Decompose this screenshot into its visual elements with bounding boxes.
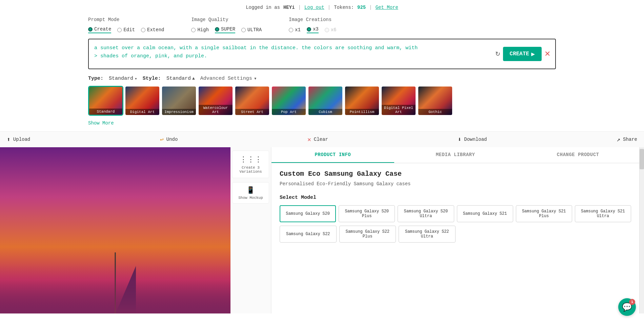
quality-super-option[interactable]: SUPER: [215, 26, 235, 33]
model-s22[interactable]: Samsung Galaxy S22: [280, 226, 337, 243]
right-panel: PRODUCT INFO MEDIA LIBRARY CHANGE PRODUC…: [271, 147, 639, 313]
model-s21ultra[interactable]: Samsung Galaxy S21 Ultra: [575, 205, 631, 222]
create-button-label: CREATE: [510, 51, 529, 57]
creations-x1-option[interactable]: x1: [289, 27, 301, 33]
panel-tabs: PRODUCT INFO MEDIA LIBRARY CHANGE PRODUC…: [271, 147, 639, 163]
image-overlay: [0, 264, 230, 313]
undo-action[interactable]: ↩ Undo: [160, 136, 178, 143]
product-title: Custom Eco Samsung Galaxy Case: [280, 170, 631, 178]
style-impressionism[interactable]: Impressionism: [161, 86, 197, 116]
mode-extend-option[interactable]: Extend: [141, 27, 164, 33]
model-s22-label: Samsung Galaxy S22: [286, 232, 330, 236]
creations-x3-label: x3: [313, 26, 319, 32]
style-digital-pixel-art-label: Digital Pixel Art: [382, 105, 416, 115]
close-icon: ✕: [544, 50, 550, 58]
model-s20plus[interactable]: Samsung Galaxy S20 Plus: [339, 205, 395, 222]
logout-link[interactable]: Log out: [304, 5, 324, 10]
creations-x3-radio[interactable]: [307, 27, 311, 32]
type-dropdown[interactable]: Standard ▾: [109, 76, 137, 81]
model-s21plus[interactable]: Samsung Galaxy S21 Plus: [516, 205, 572, 222]
mode-edit-option[interactable]: Edit: [117, 27, 135, 33]
clear-action[interactable]: ✕ Clear: [307, 136, 328, 143]
tab-product-info[interactable]: PRODUCT INFO: [271, 147, 394, 163]
tab-product-info-label: PRODUCT INFO: [315, 152, 351, 157]
type-chevron-icon: ▾: [135, 76, 137, 81]
tab-media-library[interactable]: MEDIA LIBRARY: [394, 147, 517, 163]
mockup-label: Show Mockup: [238, 196, 263, 200]
left-controls: ⋮⋮⋮ Create 3 Variations 📱 Show Mockup: [230, 147, 271, 313]
top-bar: Logged in as HEYi | Log out | Tokens: 92…: [0, 0, 644, 14]
prompt-mode-label: Prompt Mode: [88, 17, 164, 22]
mode-edit-radio[interactable]: [117, 28, 122, 32]
separator2: |: [328, 5, 330, 10]
type-value: Standard: [109, 76, 133, 81]
scrollbar-track[interactable]: [639, 147, 644, 313]
close-button[interactable]: ✕: [544, 50, 550, 58]
prompt-text[interactable]: a sunset over a calm ocean, with a singl…: [94, 44, 509, 60]
get-more-link[interactable]: Get More: [376, 5, 398, 10]
style-dropdown[interactable]: Standard ▲: [166, 76, 195, 81]
style-watercolour[interactable]: Watercolour Art: [198, 86, 233, 116]
model-s20ultra[interactable]: Samsung Galaxy S20 Ultra: [398, 205, 454, 222]
model-s20[interactable]: Samsung Galaxy S20: [280, 205, 336, 222]
download-label: Download: [464, 137, 487, 142]
quality-high-option[interactable]: High: [191, 27, 209, 33]
tab-change-product[interactable]: CHANGE PRODUCT: [517, 147, 639, 163]
scrollbar-thumb[interactable]: [640, 149, 644, 169]
creations-x6-option: x6: [325, 27, 337, 33]
style-gothic-label: Gothic: [418, 109, 452, 115]
download-action[interactable]: ⬇ Download: [458, 136, 487, 143]
quality-super-radio[interactable]: [215, 27, 219, 32]
model-s20plus-label: Samsung Galaxy S20 Plus: [345, 209, 389, 218]
action-bar: ⬆ Upload ↩ Undo ✕ Clear ⬇ Download ↗ Sha…: [0, 131, 644, 147]
model-grid-row2: Samsung Galaxy S22 Samsung Galaxy S22 Pl…: [280, 226, 456, 243]
mode-extend-label: Extend: [147, 27, 164, 33]
creations-x6-radio: [325, 28, 329, 32]
model-grid-row1: Samsung Galaxy S20 Samsung Galaxy S20 Pl…: [280, 205, 631, 222]
mode-extend-radio[interactable]: [141, 28, 145, 32]
style-cubism[interactable]: Cubism: [308, 86, 343, 116]
quality-high-radio[interactable]: [191, 28, 196, 32]
style-digital-art[interactable]: Digital Art: [125, 86, 160, 116]
model-s21[interactable]: Samsung Galaxy S21: [457, 205, 513, 222]
style-standard[interactable]: Standard: [88, 86, 123, 116]
model-s20ultra-label: Samsung Galaxy S20 Ultra: [404, 209, 448, 218]
style-gothic[interactable]: Gothic: [418, 86, 453, 116]
style-thumbnails: Standard Digital Art Impressionism Water…: [0, 86, 644, 119]
upload-label: Upload: [13, 137, 30, 142]
show-mockup-button[interactable]: 📱 Show Mockup: [232, 182, 269, 204]
creations-x1-label: x1: [295, 27, 301, 33]
quality-ultra-option[interactable]: ULTRA: [241, 27, 262, 33]
creations-x3-option[interactable]: x3: [307, 26, 319, 33]
tokens-value: 925: [357, 5, 366, 10]
quality-ultra-radio[interactable]: [241, 28, 246, 32]
creations-x1-radio[interactable]: [289, 28, 293, 32]
model-s22plus-label: Samsung Galaxy S22 Plus: [345, 229, 389, 239]
model-s22ultra[interactable]: Samsung Galaxy S22 Ultra: [399, 226, 456, 243]
share-action[interactable]: ↗ Share: [617, 136, 637, 143]
advanced-settings-toggle[interactable]: Advanced Settings ▾: [200, 75, 257, 82]
style-pop-art[interactable]: Pop Art: [271, 86, 306, 116]
create-variations-button[interactable]: ⋮⋮⋮ Create 3 Variations: [232, 151, 269, 178]
image-area: [0, 147, 230, 313]
create-arrow-icon: ▶: [531, 50, 535, 58]
prompt-actions: ↻ CREATE ▶ ✕: [495, 47, 550, 61]
mode-create-option[interactable]: Create: [88, 26, 111, 33]
refresh-button[interactable]: ↻: [495, 50, 500, 58]
quality-high-label: High: [197, 27, 209, 33]
upload-action[interactable]: ⬆ Upload: [7, 136, 30, 143]
mode-edit-label: Edit: [123, 27, 135, 33]
style-street-art[interactable]: Street Art: [235, 86, 270, 116]
separator3: |: [369, 5, 372, 10]
chat-bubble[interactable]: 💬 1: [618, 298, 636, 316]
style-pointillism[interactable]: Pointillism: [344, 86, 380, 116]
prompt-mode-group: Prompt Mode Create Edit Extend: [88, 17, 164, 33]
model-s21plus-label: Samsung Galaxy S21 Plus: [522, 209, 566, 218]
prompt-container: a sunset over a calm ocean, with a singl…: [88, 39, 556, 69]
show-more-link[interactable]: Show More: [88, 120, 114, 126]
style-digital-pixel-art[interactable]: Digital Pixel Art: [381, 86, 416, 116]
create-button[interactable]: CREATE ▶: [503, 47, 542, 61]
prompt-line1: a sunset over a calm ocean, with a singl…: [94, 45, 418, 51]
mode-create-radio[interactable]: [88, 27, 93, 32]
model-s22plus[interactable]: Samsung Galaxy S22 Plus: [339, 226, 396, 243]
